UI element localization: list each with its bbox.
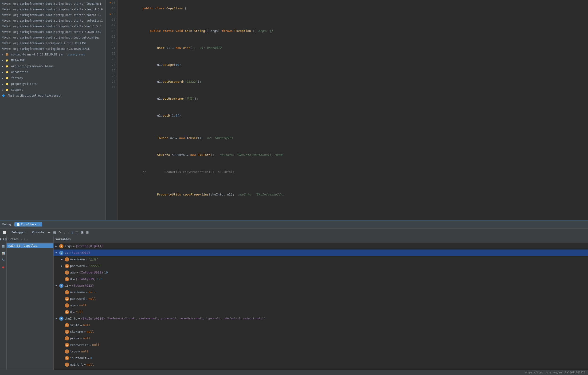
tree-item-jar[interactable]: 📦 spring-beans-4.3.10.RELEASE.jar librar… [0,52,105,58]
top-area: Maven: org.springframework.boot:spring-b… [0,0,588,220]
renewprice-icon: i [65,343,69,347]
jar-expand-arrow [2,53,3,56]
var-row-u1-age[interactable]: i age = {Integer@918} 10 [53,269,588,276]
btn-step-into[interactable]: ↓ [63,230,66,235]
tree-item-maven-8[interactable]: Maven: org.springframework:spring-aop:4.… [0,41,105,46]
var-row-type[interactable]: i type = null [53,348,588,355]
tree-item-maven-3[interactable]: Maven: org.springframework.boot:spring-b… [0,12,105,18]
mainurl-value: null [87,362,94,367]
u2-d-icon: i [65,310,69,314]
skuinfo-expand[interactable] [55,316,59,321]
var-row-u2-d[interactable]: i d = null [53,309,588,315]
args-expand[interactable] [55,244,59,249]
side-icons-strip: ⬇ ⬆ ⊟ 🔡 📊 🔧 ● [0,236,7,370]
tree-item-maven-7[interactable]: Maven: org.springframework.boot:spring-b… [0,35,105,41]
var-row-skuinfo[interactable]: ≡ skuInfo = {SkuInfo@914} "SkuInfo(skuId… [53,315,588,322]
var-row-price[interactable]: i price = null [53,335,588,342]
toolbar-sep-1: | [27,230,29,234]
mainurl-eq: = [84,362,86,367]
type-eq: = [78,349,80,354]
debug-bottom-area: ⬇ ⬆ ⊟ 🔡 📊 🔧 ● Frames ▾ 1 ▾ main:30, Copy… [0,236,588,370]
meta-inf-label: META-INF [11,59,25,62]
tree-item-maven-1[interactable]: Maven: org.springframework.boot:spring-b… [0,1,105,7]
propertyeditors-arrow [2,83,3,85]
var-row-u1-password[interactable]: i password = "22222" [53,263,588,269]
line-21: 21 [108,45,116,51]
var-row-u2[interactable]: ≡ u2 = {ToUser@913} [53,282,588,289]
var-row-u2-username[interactable]: i userName = null [53,289,588,296]
side-icon-3[interactable]: 🔧 [2,259,5,261]
debug-tab-copyclass[interactable]: 📄 CopyClass × [14,222,42,227]
u1-password-icon: i [65,264,69,268]
var-row-u1-username[interactable]: i userName = "王黄" [53,256,588,263]
u2-password-value: null [88,296,96,302]
code-line-28 [120,209,585,214]
line-13: ▶13 [108,0,116,6]
tree-item-abstract-nestable[interactable]: 🔷 AbstractNestablePropertyAccessor [0,93,105,99]
btn-toolbar-extra-2[interactable]: ⊟ [85,230,90,235]
var-row-skuid[interactable]: i skuId = null [53,322,588,328]
btn-toolbar-2[interactable]: ▤ [52,230,57,235]
btn-evaluate[interactable]: ⬚ [74,230,79,235]
var-row-u2-password[interactable]: i password = null [53,296,588,302]
u2-expand[interactable] [55,283,59,288]
tree-item-maven-4[interactable]: Maven: org.springframework.boot:spring-b… [0,18,105,23]
var-row-isdefault[interactable]: i isDefault = 0 [53,355,588,361]
code-content: public class CopyClass { public static v… [117,0,588,220]
step-up-btn[interactable]: ⬆ [2,238,4,241]
code-line-26: PropertyUtils.copyProperties(skuInfo, u1… [120,186,585,203]
side-debug-icons: ⬜ [2,230,7,234]
u2-d-value: null [76,309,83,315]
price-eq: = [80,336,82,341]
code-line-13: public class CopyClass { [120,0,585,17]
tree-item-maven-5[interactable]: Maven: org.springframework.boot:spring-b… [0,23,105,29]
tree-item-maven-2[interactable]: Maven: org.springframework.boot:spring-b… [0,7,105,12]
btn-toolbar-extra-1[interactable]: ⊞ [80,230,84,235]
btn-run-to-cursor[interactable]: ⤵ [71,230,74,235]
var-row-u1[interactable]: ≡ u1 = {User@912} [53,250,588,256]
tree-item-propertyeditors[interactable]: 📁 propertyeditors [0,81,105,87]
line-numbers: ▶13 14 ▶15 16 17 18 19 20 21 22 23 24 25 [106,0,117,220]
side-icon-2[interactable]: 📊 [2,252,5,255]
var-row-renewprice[interactable]: i renewPrice = null [53,342,588,348]
tree-item-annotation[interactable]: 📁 annotation [0,69,105,75]
line-17: 17 [108,22,116,28]
annotation-folder-icon: 📁 [5,71,9,74]
variables-panel: Variables i args = {String[0]@911} ≡ u1 … [53,236,588,370]
frame-item-main[interactable]: main:30, CopyClas [7,243,53,248]
step-down-btn[interactable]: ⬇ [0,238,2,241]
variables-tree: i args = {String[0]@911} ≡ u1 = {User@91… [53,242,588,368]
u1-icon: ≡ [59,251,63,255]
tree-item-maven-9[interactable]: Maven: org.springframework:spring-beans:… [0,46,105,52]
tree-item-springframework-beans[interactable]: 📁 org.springframework.beans [0,63,105,69]
var-row-skuname[interactable]: i skuName = null [53,328,588,335]
var-row-args[interactable]: i args = {String[0]@911} [53,243,588,250]
u2-age-icon: i [65,303,69,308]
tree-item-support[interactable]: 📁 support [0,87,105,93]
debug-tab-close[interactable]: × [38,223,40,226]
side-icon-1[interactable]: 🔡 [2,245,5,248]
debugger-tab[interactable]: Debugger [11,231,25,234]
side-icon-breakpoint[interactable]: ● [2,265,4,269]
line-18: 18 [108,28,116,34]
u1-expand[interactable] [55,250,59,255]
code-line-20: u1.setD(1.0f); [120,107,585,124]
args-name: args [64,244,72,249]
btn-step-out[interactable]: ↑ [66,230,70,235]
btn-step-over[interactable]: ↷ [57,230,62,235]
var-row-mainurl[interactable]: i mainUrl = null [53,361,588,368]
tree-item-factory[interactable]: 📁 factory [0,75,105,81]
var-row-u1-d[interactable]: i d = {Float@919} 1.0 [53,276,588,282]
u2-password-name: password [70,296,85,302]
console-tab[interactable]: Console [32,231,44,234]
u1-username-expand[interactable] [61,257,65,262]
u1-d-icon: i [65,277,69,281]
code-line-27 [120,203,585,209]
side-icon-controls: ⬇ ⬆ ⊟ [0,238,7,241]
u1-password-expand[interactable] [61,263,65,269]
var-row-u2-age[interactable]: i age = null [53,302,588,309]
tree-item-maven-6[interactable]: Maven: org.springframework.boot:spring-b… [0,29,105,35]
tree-item-meta-inf[interactable]: 📁 META-INF [0,58,105,63]
btn-frames-icon[interactable]: ⬜ [2,230,7,234]
btn-toolbar-1[interactable]: ⇀ [47,230,52,235]
